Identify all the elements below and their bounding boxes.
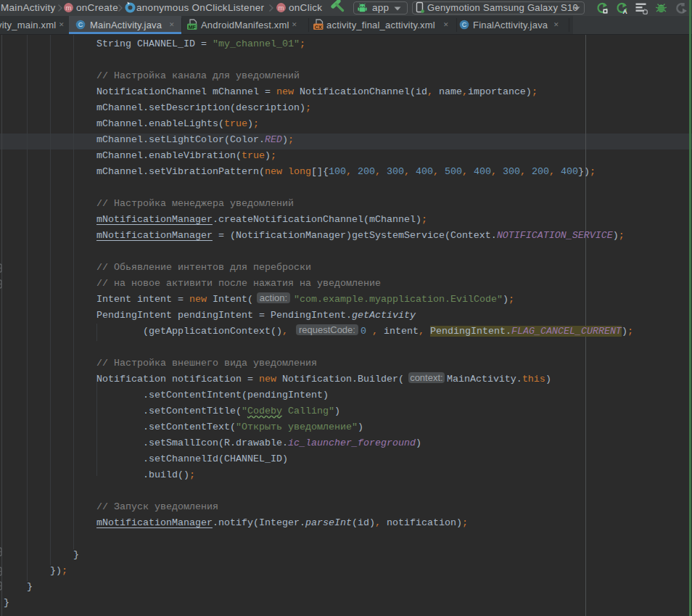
svg-text:m: m [66, 4, 72, 12]
svg-text:A: A [623, 8, 627, 15]
svg-text:C: C [78, 21, 83, 28]
svg-text:m: m [279, 4, 284, 12]
svg-text:CX: CX [315, 25, 322, 30]
svg-text:MF: MF [189, 25, 197, 30]
svg-text:C: C [462, 21, 467, 28]
